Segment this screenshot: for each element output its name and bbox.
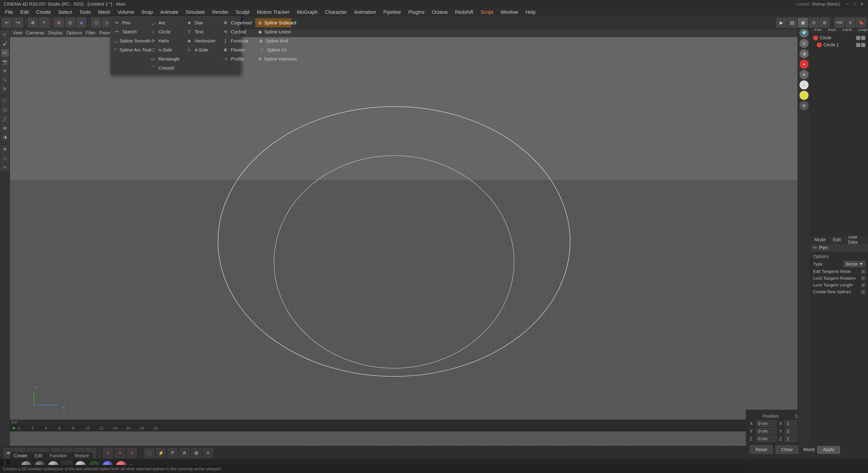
vp-menu-view[interactable]: View <box>13 30 22 35</box>
menu-rectangle[interactable]: ▭ Rectangle <box>147 55 183 64</box>
rotate-button[interactable]: ◎ <box>65 18 75 28</box>
attr-tab-edit[interactable]: Edit <box>831 236 843 243</box>
menu-profile[interactable]: ⊣ Profile <box>219 55 255 64</box>
menu-cissoid[interactable]: ⌒ Cissoid <box>147 64 183 72</box>
menu-spline-intersect[interactable]: ⊕ Spline Intersect <box>255 55 291 64</box>
bookmark-button[interactable]: 🔖 <box>856 18 866 28</box>
menu-window[interactable]: Window <box>497 8 521 16</box>
menu-plugins[interactable]: Plugins <box>405 8 428 16</box>
hair-tool[interactable]: ∿ <box>1 163 9 171</box>
menu-text[interactable]: T Text <box>183 27 219 36</box>
attr-lock-rotation-checkbox[interactable]: ✓ <box>861 276 865 280</box>
attr-tangents-checkbox[interactable]: ✓ <box>861 269 865 274</box>
sculpt-tool-l[interactable]: ⊛ <box>1 145 9 153</box>
obj-manager-toggle[interactable]: ≡ <box>845 18 855 28</box>
record-red-2[interactable]: ● <box>115 448 125 458</box>
render-toggle-1[interactable] <box>861 36 865 40</box>
edge-tool-l[interactable]: ╱ <box>1 115 9 123</box>
coord-z-pos[interactable] <box>756 436 776 442</box>
fx-btn[interactable]: ⚡ <box>156 448 166 458</box>
coord-close-button[interactable]: Close <box>776 445 798 454</box>
poly-tool[interactable]: ⬡ <box>1 106 9 114</box>
menu-file[interactable]: File <box>2 8 16 16</box>
timeline-btn[interactable]: ≡ <box>203 448 213 458</box>
attr-create-splines-checkbox[interactable]: ✓ <box>861 290 865 294</box>
menu-simulate[interactable]: Simulate <box>182 8 208 16</box>
attr-tab-mode[interactable]: Mode <box>812 236 828 243</box>
vp-menu-panel[interactable]: Panel <box>99 30 111 35</box>
loop-btn[interactable]: ⬛ <box>144 448 154 458</box>
om-item-circle-1[interactable]: Circle.1 <box>810 41 868 48</box>
paint-tool[interactable]: 🖌 <box>1 40 9 48</box>
menu-help[interactable]: Help <box>522 8 539 16</box>
attr-lock-length-checkbox[interactable]: ✓ <box>861 283 865 287</box>
menu-octane[interactable]: Octane <box>429 8 451 16</box>
viewport-grid[interactable]: X Y Grid Spacing: 100 cm <box>10 37 810 446</box>
menu-star[interactable]: ★ Star <box>183 18 219 27</box>
axis-tool[interactable]: ⊕ <box>1 124 9 132</box>
render-team-button[interactable]: ⊚ <box>819 18 830 28</box>
mat-prop-button[interactable]: ◑ <box>800 49 809 58</box>
menu-mograph[interactable]: MoGraph <box>294 8 321 16</box>
menu-pipeline[interactable]: Pipeline <box>380 8 404 16</box>
menu-4side[interactable]: ◇ 4-Side <box>183 45 219 55</box>
menu-snap[interactable]: Snap <box>138 8 156 16</box>
render-active-button[interactable]: ▣ <box>798 18 808 28</box>
menu-select[interactable]: Select <box>55 8 75 16</box>
scene-prop-button[interactable]: 🌍 <box>800 29 809 37</box>
menu-spline-union[interactable]: ◉ Spline Union <box>255 27 291 36</box>
red-prop-button[interactable]: ● <box>800 60 809 69</box>
primitive-tool[interactable]: □ <box>1 97 9 105</box>
menu-spline-arc-tool[interactable]: ◠ Spline Arc Tool <box>111 45 147 55</box>
menu-spline-or[interactable]: ◌ Spline Or <box>255 45 291 55</box>
menu-helix[interactable]: ⟳ Helix <box>147 36 183 45</box>
menu-arc[interactable]: ◡ Arc <box>147 18 183 27</box>
close-button[interactable]: ✕ <box>859 1 864 7</box>
menu-vectorizer[interactable]: ◈ Vectorizer <box>183 36 219 45</box>
vp-menu-filter[interactable]: Filter <box>86 30 96 35</box>
menu-animate[interactable]: Animate <box>157 8 182 16</box>
menu-circle[interactable]: ○ Circle <box>147 27 183 36</box>
vp-menu-options[interactable]: Options <box>66 30 82 35</box>
menu-redshift[interactable]: Redshift <box>452 8 476 16</box>
attr-type-dropdown[interactable]: Bezier ▼ <box>844 261 865 267</box>
record-red-1[interactable]: ● <box>103 448 113 458</box>
scale-button[interactable]: ◈ <box>76 18 86 28</box>
coord-reset-button[interactable]: Reset <box>750 445 773 454</box>
maximize-button[interactable]: □ <box>852 1 857 7</box>
menu-motion-tracker[interactable]: Motion Tracker <box>254 8 293 16</box>
om-item-circle[interactable]: Circle <box>810 34 868 41</box>
toggle-display[interactable]: PSR <box>835 18 844 28</box>
menu-nside[interactable]: ⬡ n-Side <box>147 45 183 55</box>
render-pv-button[interactable]: ⊙ <box>809 18 819 28</box>
deform-tool[interactable]: ⌂ <box>1 154 9 162</box>
undo-button[interactable]: ↩ <box>2 18 12 28</box>
menu-character[interactable]: Character <box>322 8 350 16</box>
move-button[interactable]: ⊞ <box>54 18 64 28</box>
grey-prop-button[interactable]: ● <box>800 70 809 79</box>
menu-spline-and[interactable]: ◍ Spline And <box>255 36 291 45</box>
yellow-prop-button[interactable]: ⚡ <box>800 91 809 100</box>
menu-spline-subtract[interactable]: ◎ Spline Subtract <box>255 18 291 27</box>
menu-sketch[interactable]: 〜 Sketch <box>111 27 147 36</box>
mode-btn[interactable]: P <box>168 448 178 458</box>
move-tool[interactable]: ✛ <box>1 67 9 75</box>
coord-apply-button[interactable]: Apply <box>817 445 840 454</box>
grid-btn[interactable]: ⊞ <box>191 448 201 458</box>
auto-btn[interactable]: A <box>180 448 189 458</box>
coord-x-pos[interactable] <box>756 420 776 427</box>
redo-button[interactable]: ↪ <box>13 18 23 28</box>
menu-render[interactable]: Render <box>209 8 232 16</box>
live-select-button[interactable]: ⊕ <box>28 18 38 28</box>
white-prop-button[interactable]: ● <box>800 80 809 90</box>
menu-sculpt[interactable]: Sculpt <box>232 8 253 16</box>
menu-edit[interactable]: Edit <box>17 8 32 16</box>
rotate-tool-l[interactable]: ↻ <box>1 85 9 93</box>
minimize-button[interactable]: ─ <box>844 1 850 7</box>
render-prop-button[interactable]: ◎ <box>800 39 809 48</box>
menu-animation[interactable]: Animation <box>351 8 379 16</box>
menu-tools[interactable]: Tools <box>76 8 94 16</box>
menu-mesh[interactable]: Mesh <box>95 8 114 16</box>
menu-cycloid[interactable]: ⟲ Cycloid <box>219 27 255 36</box>
menu-formula[interactable]: ∫ Formula <box>219 36 255 45</box>
